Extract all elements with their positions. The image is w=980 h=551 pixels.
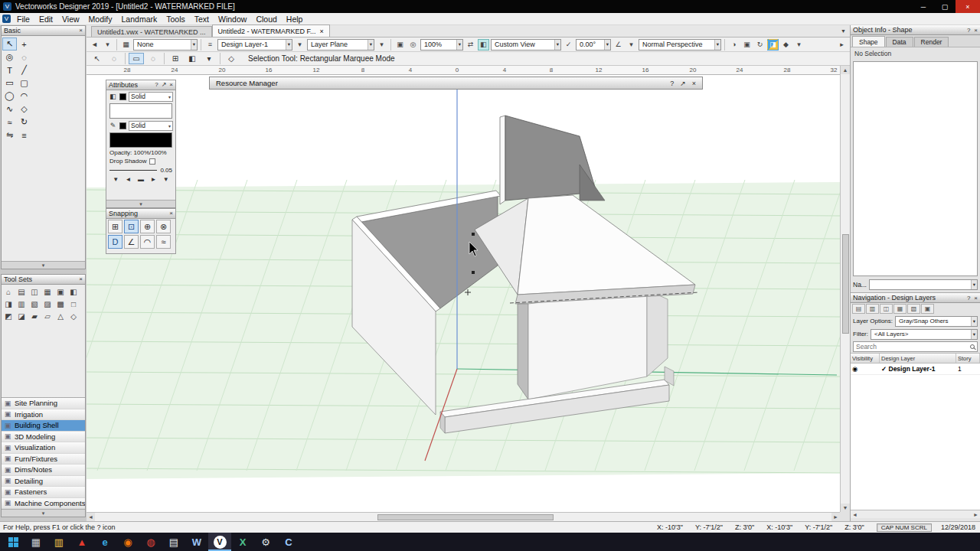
renderworks-icon[interactable]: ◨	[767, 39, 779, 51]
toolset-category-building-shell[interactable]: ▣Building Shell	[2, 420, 85, 432]
layers-icon[interactable]: ≡	[204, 39, 216, 51]
tab-render[interactable]: Render	[914, 37, 949, 47]
line-weight-track[interactable]	[109, 170, 157, 171]
toolset-category-fasteners[interactable]: ▣Fasteners	[2, 487, 85, 498]
pan-icon[interactable]: ⇄	[465, 39, 476, 51]
basic-palette-collapse[interactable]: ▾	[2, 261, 85, 269]
layer-row-design-layer-1[interactable]: ◉ ✓ Design Layer-1 1	[851, 364, 980, 375]
visibility-eye-icon[interactable]: ◉	[852, 365, 858, 373]
snap-intersection-button[interactable]: ⊗	[156, 220, 171, 233]
snap-smart-point-button[interactable]: ∠	[124, 235, 139, 249]
document-tab-untitled1[interactable]: Untitled1.vwx - WATERMARKED ...	[91, 26, 212, 37]
menu-cloud[interactable]: Cloud	[251, 15, 281, 24]
help-icon[interactable]: ?	[967, 295, 970, 302]
snap-angle-button[interactable]: ⊕	[140, 220, 155, 233]
vertical-scrollbar[interactable]: ▲ ▼	[840, 66, 850, 512]
rotation-angle-field[interactable]: 0.00° ▾	[576, 39, 611, 51]
render-style-icon[interactable]: ▣	[741, 39, 753, 51]
menu-tools[interactable]: Tools	[162, 15, 190, 24]
toolset-tool-icon[interactable]: ▣	[54, 286, 67, 298]
nav-classes-icon[interactable]: ▤	[852, 304, 865, 314]
snap-tangent-button[interactable]: ◠	[140, 235, 155, 249]
drop-shadow-checkbox[interactable]	[149, 158, 155, 165]
toolset-tool-icon[interactable]: ▱	[41, 311, 54, 322]
history-caret-icon[interactable]: ▾	[102, 39, 113, 51]
toolset-tool-icon[interactable]: □	[67, 298, 80, 310]
tool-freehand[interactable]: ≈	[2, 116, 17, 129]
tool-snap-loupe[interactable]: ◌	[17, 51, 31, 64]
menu-file[interactable]: File	[12, 15, 34, 24]
tool-rounded-rectangle[interactable]: ▢	[17, 77, 31, 90]
horizontal-scrollbar[interactable]: ◄ ►	[87, 512, 840, 521]
plane-caret-icon[interactable]: ▾	[376, 39, 387, 51]
close-icon[interactable]: ×	[692, 80, 696, 87]
pen-color-chip[interactable]	[119, 122, 126, 129]
taskbar-icon-settings[interactable]: ⚙	[254, 533, 277, 551]
horizontal-scroll-thumb[interactable]	[377, 514, 554, 520]
close-icon[interactable]: ×	[974, 27, 978, 34]
toolset-category-detailing[interactable]: ▣Detailing	[2, 476, 85, 487]
grid-mode-button[interactable]: ⊞	[168, 53, 183, 64]
toolset-category-irrigation[interactable]: ▣Irrigation	[2, 409, 85, 421]
vertical-scroll-thumb[interactable]	[842, 234, 849, 334]
marker-start-icon[interactable]: ▼	[113, 176, 119, 183]
layer-caret-icon[interactable]: ▾	[294, 39, 305, 51]
interactive-scaling-mode-button[interactable]: ◧	[185, 53, 200, 64]
attributes-collapse[interactable]: ▾	[106, 200, 175, 207]
column-story[interactable]: Story	[956, 354, 980, 363]
preferences-mode-icon[interactable]: ◇	[224, 53, 239, 64]
render-caret-icon[interactable]: ▾	[793, 39, 805, 51]
tool-oval[interactable]: ◯	[2, 90, 17, 103]
fill-bucket-icon[interactable]: ◧	[109, 93, 117, 100]
help-icon[interactable]: ?	[155, 82, 158, 88]
toolset-category-furn-fixtures[interactable]: ▣Furn/Fixtures	[2, 454, 85, 465]
toolset-tool-icon[interactable]: ▩	[54, 298, 67, 310]
minimize-button[interactable]: ─	[913, 0, 934, 13]
fill-color-chip[interactable]	[119, 93, 126, 100]
menu-modify[interactable]: Modify	[84, 15, 117, 24]
pen-style-dropdown[interactable]: Solid ▾	[129, 121, 173, 131]
snap-smart-edge-button[interactable]: ≈	[156, 235, 171, 249]
taskbar-icon-edge[interactable]: e	[93, 533, 116, 551]
refresh-icon[interactable]: ↻	[754, 39, 766, 51]
toolset-tool-icon[interactable]: ▧	[28, 298, 41, 310]
snapping-titlebar[interactable]: Snapping ×	[106, 209, 175, 219]
drawing-canvas[interactable]	[87, 75, 840, 512]
scroll-left-icon[interactable]: ◄	[87, 513, 95, 521]
toolset-category-3d-modeling[interactable]: ▣3D Modeling	[2, 432, 85, 443]
classes-icon[interactable]: ▦	[120, 39, 132, 51]
taskbar-icon-word[interactable]: W	[185, 533, 208, 551]
scroll-right-icon[interactable]: ►	[973, 512, 978, 517]
menu-view[interactable]: View	[57, 15, 84, 24]
toolset-tool-icon[interactable]: ◇	[67, 311, 80, 322]
basic-palette-titlebar[interactable]: Basic ×	[2, 26, 85, 36]
toolset-tool-icon[interactable]: ▦	[41, 286, 54, 298]
taskbar-icon-firefox[interactable]: ◉	[116, 533, 139, 551]
back-icon[interactable]: ◄	[89, 39, 100, 51]
tab-close-icon[interactable]: ×	[320, 28, 324, 35]
tool-polyline[interactable]: ∿	[2, 103, 17, 116]
line-preview-icon[interactable]: ▬	[138, 176, 144, 183]
toolset-tool-icon[interactable]: ⌂	[2, 286, 15, 298]
layer-search-input[interactable]	[856, 343, 968, 350]
navigation-titlebar[interactable]: Navigation - Design Layers ? ×	[851, 293, 980, 303]
taskbar-icon-task-view[interactable]: ▦	[24, 533, 47, 551]
scroll-up-icon[interactable]: ▲	[841, 66, 850, 74]
resource-manager-titlebar[interactable]: Resource Manager ? ↗ ×	[209, 77, 703, 90]
title-bar[interactable]: V Vectorworks Designer 2019 - [Untitled2…	[0, 0, 980, 13]
tool-mirror[interactable]: ⇋	[2, 129, 17, 142]
navigation-scrollbar[interactable]: ◄ ►	[851, 510, 980, 518]
taskbar-icon-acrobat[interactable]: ▲	[70, 533, 93, 551]
tool-sets-collapse[interactable]: ▾	[2, 509, 85, 517]
tool-polygon[interactable]: ◇	[17, 103, 31, 116]
help-icon[interactable]: ?	[670, 80, 674, 87]
unified-view-icon[interactable]: ◧	[478, 39, 489, 51]
tool-selection[interactable]: ↖	[2, 37, 17, 51]
tool-pan[interactable]: +	[17, 37, 31, 51]
snap-grid-button[interactable]: ⊞	[108, 220, 122, 233]
maximize-button[interactable]: ▢	[934, 0, 956, 13]
marker-left-icon[interactable]: ◄	[126, 176, 132, 183]
layer-options-dropdown[interactable]: Gray/Snap Others ▾	[895, 316, 978, 327]
menu-text[interactable]: Text	[190, 15, 214, 24]
close-icon[interactable]: ×	[169, 210, 173, 217]
